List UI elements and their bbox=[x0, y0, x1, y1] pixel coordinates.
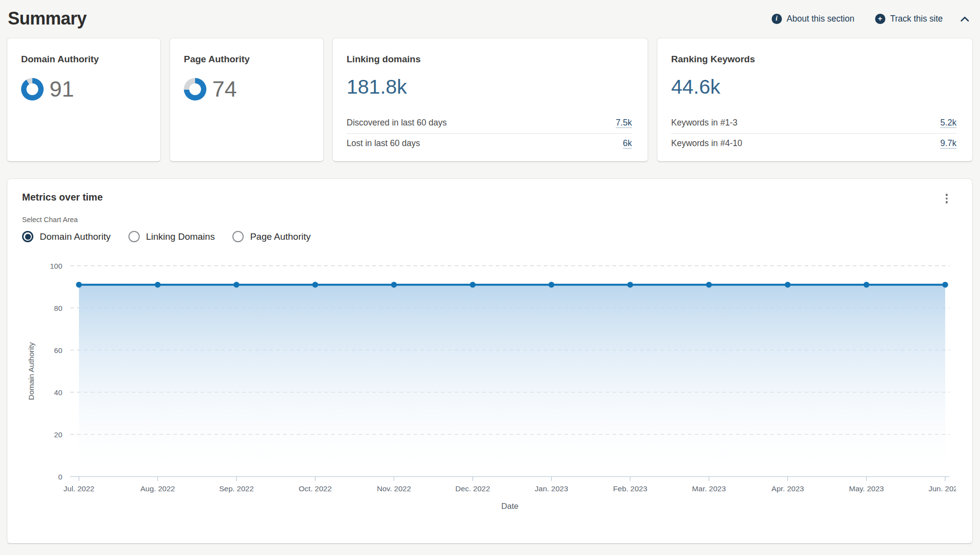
x-tick-label: Dec. 2022 bbox=[455, 484, 490, 493]
y-tick-label: 0 bbox=[58, 473, 62, 481]
y-tick-label: 80 bbox=[54, 304, 62, 312]
stat-label: Discovered in last 60 days bbox=[347, 118, 447, 128]
card-title: Linking domains bbox=[347, 54, 632, 65]
plus-icon: + bbox=[875, 14, 885, 24]
radio-linking-domains[interactable]: Linking Domains bbox=[128, 231, 215, 242]
chart-data-point bbox=[155, 282, 161, 288]
ranking-keywords-total: 44.6k bbox=[671, 76, 956, 99]
stat-row-lost: Lost in last 60 days 6k bbox=[347, 133, 632, 154]
chart-data-point bbox=[706, 282, 712, 288]
domain-authority-value: 91 bbox=[50, 76, 74, 102]
radio-label: Linking Domains bbox=[146, 231, 215, 242]
chart-area-fill bbox=[79, 285, 945, 477]
x-tick-label: Oct. 2022 bbox=[299, 484, 331, 493]
page-header: Summary i About this section + Track thi… bbox=[0, 0, 980, 31]
page-authority-value: 74 bbox=[212, 76, 237, 102]
x-tick-label: Aug. 2022 bbox=[140, 484, 175, 493]
x-tick-label: Mar. 2023 bbox=[692, 484, 726, 493]
stat-label: Keywords in #1-3 bbox=[671, 118, 737, 128]
radio-domain-authority[interactable]: Domain Authority bbox=[22, 231, 111, 242]
page-authority-score: 74 bbox=[184, 76, 311, 102]
x-tick-label: Jan. 2023 bbox=[535, 484, 568, 493]
chart-data-point bbox=[233, 282, 239, 288]
track-this-site-label: Track this site bbox=[890, 14, 943, 24]
about-this-section-label: About this section bbox=[787, 14, 854, 24]
x-tick-label: Sep. 2022 bbox=[219, 484, 254, 493]
chart-data-point bbox=[785, 282, 791, 288]
about-this-section-button[interactable]: i About this section bbox=[772, 14, 854, 24]
radio-circle-icon bbox=[232, 231, 244, 242]
info-icon: i bbox=[772, 14, 782, 24]
page-authority-card: Page Authority 74 bbox=[170, 38, 324, 162]
stat-row-keywords-1-3: Keywords in #1-3 5.2k bbox=[671, 113, 956, 133]
y-axis-title: Domain Authority bbox=[27, 342, 35, 400]
chart-area-radio-group: Domain Authority Linking Domains Page Au… bbox=[22, 231, 957, 242]
chart-data-point bbox=[863, 282, 869, 288]
x-tick-label: Feb. 2023 bbox=[613, 484, 648, 493]
metrics-over-time-card: Metrics over time Select Chart Area Doma… bbox=[7, 178, 973, 544]
chart-data-point bbox=[76, 282, 82, 288]
card-title: Ranking Keywords bbox=[671, 54, 956, 65]
header-actions: i About this section + Track this site bbox=[772, 14, 969, 24]
radio-circle-icon bbox=[128, 231, 140, 242]
collapse-section-button[interactable] bbox=[960, 16, 969, 22]
chart-data-point bbox=[942, 282, 948, 288]
y-tick-label: 40 bbox=[54, 388, 62, 397]
chart-data-point bbox=[549, 282, 554, 288]
x-axis-title: Date bbox=[502, 502, 519, 510]
select-chart-area-label: Select Chart Area bbox=[22, 216, 957, 224]
card-title: Page Authority bbox=[184, 54, 311, 65]
linking-domains-total: 181.8k bbox=[347, 76, 632, 99]
radio-circle-icon bbox=[22, 231, 33, 242]
keywords-4-10-value-link[interactable]: 9.7k bbox=[940, 138, 956, 149]
stat-label: Lost in last 60 days bbox=[347, 138, 420, 149]
metrics-over-time-title: Metrics over time bbox=[22, 192, 957, 203]
y-tick-label: 20 bbox=[54, 430, 62, 439]
x-tick-label: Nov. 2022 bbox=[377, 484, 411, 493]
stat-row-keywords-4-10: Keywords in #4-10 9.7k bbox=[671, 133, 956, 154]
keywords-1-3-value-link[interactable]: 5.2k bbox=[940, 118, 956, 128]
radio-page-authority[interactable]: Page Authority bbox=[232, 231, 311, 242]
page-title: Summary bbox=[8, 8, 87, 29]
chart-data-point bbox=[312, 282, 318, 288]
discovered-value-link[interactable]: 7.5k bbox=[616, 118, 632, 128]
chart-data-point bbox=[391, 282, 397, 288]
card-title: Domain Authority bbox=[21, 54, 149, 65]
ranking-keywords-card: Ranking Keywords 44.6k Keywords in #1-3 … bbox=[657, 38, 973, 162]
track-this-site-button[interactable]: + Track this site bbox=[875, 14, 943, 24]
ranking-keywords-stats: Keywords in #1-3 5.2k Keywords in #4-10 … bbox=[671, 113, 956, 154]
x-tick-label: May. 2023 bbox=[849, 484, 884, 493]
lost-value-link[interactable]: 6k bbox=[623, 138, 632, 149]
summary-cards-row: Domain Authority 91 Page Authority 74 Li… bbox=[7, 38, 973, 162]
radio-label: Domain Authority bbox=[40, 231, 111, 242]
y-tick-label: 100 bbox=[50, 262, 62, 270]
domain-authority-card: Domain Authority 91 bbox=[7, 38, 161, 162]
domain-authority-area-chart[interactable]: 020406080100Jul. 2022Aug. 2022Sep. 2022O… bbox=[22, 256, 956, 516]
linking-domains-stats: Discovered in last 60 days 7.5k Lost in … bbox=[347, 113, 632, 154]
chart-data-point bbox=[627, 282, 633, 288]
stat-row-discovered: Discovered in last 60 days 7.5k bbox=[347, 113, 632, 133]
x-axis-ticks: Jul. 2022Aug. 2022Sep. 2022Oct. 2022Nov.… bbox=[64, 477, 956, 493]
domain-authority-donut-chart bbox=[21, 78, 44, 101]
radio-label: Page Authority bbox=[250, 231, 311, 242]
chart-data-point bbox=[470, 282, 476, 288]
chart-container: 020406080100Jul. 2022Aug. 2022Sep. 2022O… bbox=[22, 256, 957, 518]
y-tick-label: 60 bbox=[54, 346, 62, 354]
linking-domains-card: Linking domains 181.8k Discovered in las… bbox=[332, 38, 648, 162]
domain-authority-score: 91 bbox=[21, 76, 149, 102]
chevron-up-icon bbox=[960, 16, 969, 22]
x-tick-label: Apr. 2023 bbox=[772, 484, 804, 493]
x-tick-label: Jun. 2023 bbox=[929, 484, 956, 493]
stat-label: Keywords in #4-10 bbox=[671, 138, 742, 149]
x-tick-label: Jul. 2022 bbox=[64, 484, 95, 493]
kebab-menu-icon[interactable] bbox=[944, 192, 950, 205]
page-authority-donut-chart bbox=[184, 78, 206, 101]
